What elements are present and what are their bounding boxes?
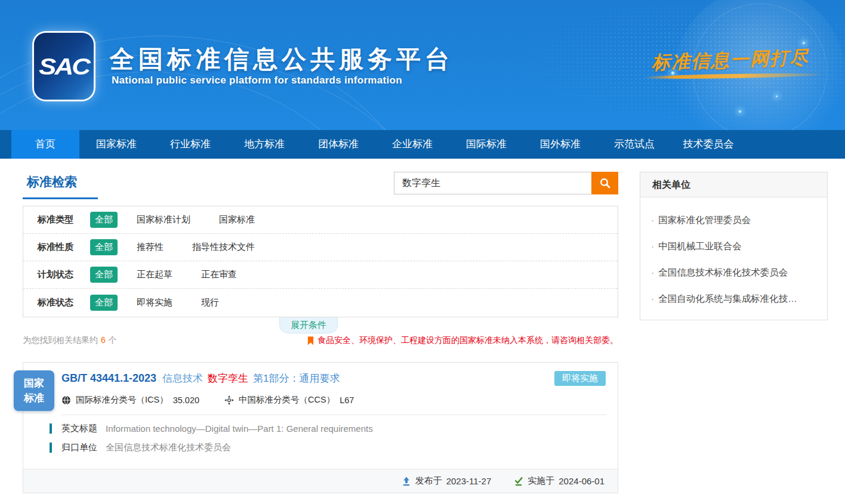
- nav-item-foreign-standards[interactable]: 国外标准: [523, 130, 597, 159]
- result-meta-row: 为您找到相关结果约6个 食品安全、环境保护、工程建设方面的国家标准未纳入本系统，…: [23, 335, 618, 346]
- standard-title-part1[interactable]: 信息技术: [162, 372, 203, 385]
- filter-option[interactable]: 正在审查: [201, 269, 237, 280]
- site-subtitle: National public service platform for sta…: [112, 75, 402, 86]
- filter-row-standard-nature: 标准性质 全部 推荐性 指导性技术文件: [23, 234, 618, 261]
- search-input[interactable]: [394, 172, 591, 194]
- ics-label: 国际标准分类号（ICS）: [76, 394, 168, 406]
- related-units-title: 相关单位: [640, 172, 827, 197]
- nav-item-industry-standards[interactable]: 行业标准: [153, 130, 227, 159]
- detail-bar-decoration: [50, 443, 52, 453]
- filter-option[interactable]: 正在起草: [137, 269, 172, 280]
- filter-option[interactable]: 推荐性: [137, 242, 164, 253]
- standard-result-card: 国家 标准 GB/T 43441.1-2023 信息技术 数字孪生 第1部分：通…: [23, 362, 618, 493]
- nav-item-technical-committee[interactable]: 技术委员会: [671, 130, 745, 159]
- classification-row: 国际标准分类号（ICS） 35.020 中国标准分类号（CCS） L67: [61, 394, 606, 406]
- filter-option[interactable]: 即将实施: [137, 297, 172, 308]
- national-standard-badge: 国家 标准: [14, 370, 54, 411]
- related-unit-link[interactable]: ·全国自动化系统与集成标准化技…: [651, 293, 816, 305]
- publish-date: 2023-11-27: [446, 476, 492, 486]
- ccs-value: L67: [340, 395, 354, 405]
- related-units-panel: 相关单位 ·国家标准化管理委员会 ·中国机械工业联合会 ·全国信息技术标准化技术…: [640, 172, 828, 320]
- nav-item-home[interactable]: 首页: [11, 130, 79, 159]
- notice-text: 食品安全、环境保护、工程建设方面的国家标准未纳入本系统，请咨询相关部委。: [317, 335, 618, 346]
- list-bullet: ·: [651, 215, 654, 225]
- filter-label: 计划状态: [38, 269, 90, 280]
- english-title-row: 英文标题 Information technology—Digital twin…: [50, 423, 618, 434]
- publish-icon: [402, 477, 411, 486]
- search-box: [394, 172, 618, 194]
- main-navbar: 首页 国家标准 行业标准 地方标准 团体标准 企业标准 国际标准 国外标准 示范…: [0, 130, 845, 159]
- department-row: 归口单位 全国信息技术标准化技术委员会: [50, 442, 618, 453]
- result-count-suffix: 个: [109, 335, 117, 345]
- page-title: 标准检索: [27, 174, 77, 190]
- filter-row-standard-status: 标准状态 全部 即将实施 现行: [23, 289, 618, 316]
- result-count-number: 6: [101, 335, 106, 345]
- department-label: 归口单位: [61, 442, 97, 453]
- filter-option[interactable]: 国家标准: [219, 214, 255, 225]
- nav-item-group-standards[interactable]: 团体标准: [301, 130, 375, 159]
- publish-label: 发布于: [415, 475, 442, 487]
- filter-option[interactable]: 现行: [201, 297, 219, 308]
- standard-title-part2[interactable]: 第1部分：通用要求: [253, 372, 340, 385]
- related-unit-link[interactable]: ·全国信息技术标准化技术委员会: [651, 267, 816, 279]
- related-unit-label: 全国信息技术标准化技术委员会: [658, 267, 788, 277]
- spark-decoration: [803, 42, 805, 44]
- card-footer: 发布于 2023-11-27 实施于 2024-06-01: [23, 469, 618, 493]
- filter-option[interactable]: 指导性技术文件: [192, 242, 255, 253]
- nav-item-national-standards[interactable]: 国家标准: [79, 130, 153, 159]
- standard-code-link[interactable]: GB/T 43441.1-2023: [61, 372, 156, 385]
- card-head: GB/T 43441.1-2023 信息技术 数字孪生 第1部分：通用要求 即将…: [23, 363, 618, 406]
- related-units-list: ·国家标准化管理委员会 ·中国机械工业联合会 ·全国信息技术标准化技术委员会 ·…: [640, 197, 827, 320]
- filter-all-button[interactable]: 全部: [90, 267, 118, 283]
- filter-all-button[interactable]: 全部: [90, 295, 118, 311]
- detail-bar-decoration: [50, 423, 52, 434]
- sac-logo[interactable]: SAC: [34, 33, 94, 100]
- list-bullet: ·: [651, 267, 654, 277]
- spark-decoration: [776, 95, 778, 97]
- implement-icon: [514, 477, 523, 486]
- ccs-label: 中国标准分类号（CCS）: [239, 394, 335, 406]
- nav-item-pilot[interactable]: 示范试点: [597, 130, 671, 159]
- sac-logo-text: SAC: [39, 53, 89, 80]
- nav-item-international-standards[interactable]: 国际标准: [449, 130, 523, 159]
- filter-panel: 标准类型 全部 国家标准计划 国家标准 标准性质 全部 推荐性 指导性技术文件 …: [23, 206, 618, 317]
- filter-label: 标准性质: [38, 242, 90, 253]
- list-bullet: ·: [651, 241, 654, 251]
- ics-value: 35.020: [173, 395, 199, 405]
- page-title-underline: [23, 197, 98, 199]
- badge-line2: 标准: [24, 391, 44, 406]
- list-bullet: ·: [651, 293, 654, 304]
- filter-label: 标准类型: [38, 214, 90, 225]
- standard-title-highlight[interactable]: 数字孪生: [208, 372, 248, 385]
- implement-date-item: 实施于 2024-06-01: [514, 475, 605, 487]
- english-title-label: 英文标题: [61, 423, 97, 434]
- english-title-value: Information technology—Digital twin—Part…: [106, 423, 373, 434]
- bookmark-icon: [307, 336, 314, 345]
- nav-item-local-standards[interactable]: 地方标准: [227, 130, 301, 159]
- spark-decoration: [739, 110, 741, 113]
- filter-row-plan-status: 计划状态 全部 正在起草 正在审查: [23, 261, 618, 289]
- filter-row-standard-type: 标准类型 全部 国家标准计划 国家标准: [23, 206, 618, 234]
- expand-conditions-button[interactable]: 展开条件: [279, 317, 338, 333]
- related-unit-link[interactable]: ·国家标准化管理委员会: [651, 214, 816, 227]
- status-badge: 即将实施: [554, 371, 606, 386]
- nav-item-enterprise-standards[interactable]: 企业标准: [375, 130, 449, 159]
- result-count-prefix: 为您找到相关结果约: [23, 335, 98, 345]
- related-unit-link[interactable]: ·中国机械工业联合会: [651, 240, 816, 253]
- system-notice: 食品安全、环境保护、工程建设方面的国家标准未纳入本系统，请咨询相关部委。: [307, 335, 618, 346]
- filter-all-button[interactable]: 全部: [90, 212, 118, 228]
- filter-option[interactable]: 国家标准计划: [137, 214, 190, 225]
- related-unit-label: 国家标准化管理委员会: [658, 215, 751, 225]
- standard-title-row: GB/T 43441.1-2023 信息技术 数字孪生 第1部分：通用要求 即将…: [61, 371, 606, 386]
- search-button[interactable]: [591, 172, 618, 194]
- implement-date: 2024-06-01: [559, 476, 605, 486]
- badge-line1: 国家: [24, 376, 44, 391]
- publish-date-item: 发布于 2023-11-27: [402, 475, 492, 487]
- related-unit-label: 全国自动化系统与集成标准化技…: [658, 293, 797, 304]
- compass-icon: [224, 395, 234, 405]
- search-icon: [599, 177, 611, 189]
- filter-all-button[interactable]: 全部: [90, 239, 118, 255]
- site-title: 全国标准信息公共服务平台: [110, 43, 454, 76]
- result-count: 为您找到相关结果约6个: [23, 335, 117, 346]
- filter-label: 标准状态: [38, 297, 90, 308]
